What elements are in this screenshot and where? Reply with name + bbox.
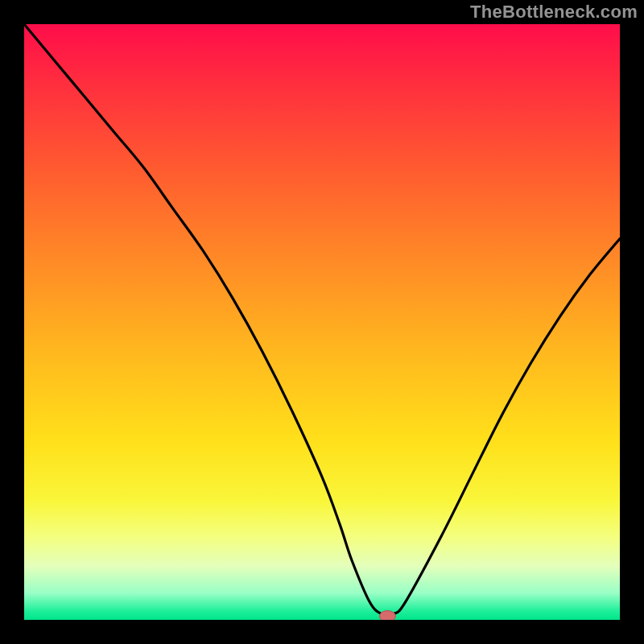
bottleneck-chart xyxy=(24,24,620,620)
optimum-marker xyxy=(379,611,395,620)
plot-area xyxy=(24,24,620,620)
watermark-text: TheBottleneck.com xyxy=(470,2,638,23)
chart-frame: TheBottleneck.com xyxy=(0,0,644,644)
gradient-background xyxy=(24,24,620,620)
